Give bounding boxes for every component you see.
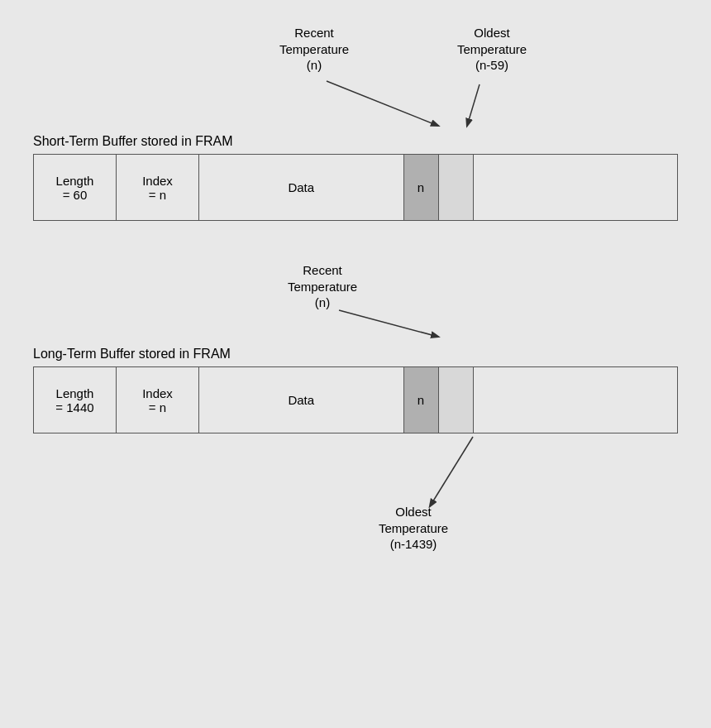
short-term-annotation-area: RecentTemperature(n) OldestTemperature(n… — [33, 25, 678, 132]
short-term-index-cell: Index= n — [117, 155, 199, 221]
long-term-data-cell: Data — [199, 367, 404, 433]
short-term-n-old-cell — [438, 155, 473, 221]
short-term-title: Short-Term Buffer stored in FRAM — [33, 134, 678, 149]
long-term-buffer-table: Length= 1440 Index= n Data n — [33, 366, 678, 433]
long-term-length-cell: Length= 1440 — [34, 367, 117, 433]
svg-line-0 — [327, 81, 438, 126]
svg-line-1 — [467, 84, 480, 126]
svg-line-2 — [339, 310, 438, 337]
long-term-recent-temp-label: RecentTemperature(n) — [273, 262, 372, 311]
long-term-annotation-area: RecentTemperature(n) — [33, 262, 678, 345]
short-term-oldest-temp-label: OldestTemperature(n-59) — [438, 25, 546, 74]
svg-line-3 — [430, 437, 473, 506]
short-term-length-cell: Length= 60 — [34, 155, 117, 221]
short-term-buffer-table: Length= 60 Index= n Data n — [33, 154, 678, 221]
short-term-recent-temp-label: RecentTemperature(n) — [265, 25, 364, 74]
short-term-section: RecentTemperature(n) OldestTemperature(n… — [33, 25, 678, 221]
short-term-data-cell: Data — [199, 155, 404, 221]
long-term-oldest-temp-label: OldestTemperature(n-1439) — [356, 504, 471, 553]
long-term-n-cell: n — [403, 367, 438, 433]
long-term-rest-cell — [473, 367, 678, 433]
short-term-n-cell: n — [403, 155, 438, 221]
short-term-rest-cell — [473, 155, 678, 221]
long-term-n-old-cell — [438, 367, 473, 433]
long-term-section: RecentTemperature(n) Long-Term Buffer st… — [33, 262, 678, 558]
long-term-title: Long-Term Buffer stored in FRAM — [33, 347, 678, 362]
long-term-index-cell: Index= n — [117, 367, 199, 433]
long-term-annotation-below: OldestTemperature(n-1439) — [33, 433, 678, 558]
